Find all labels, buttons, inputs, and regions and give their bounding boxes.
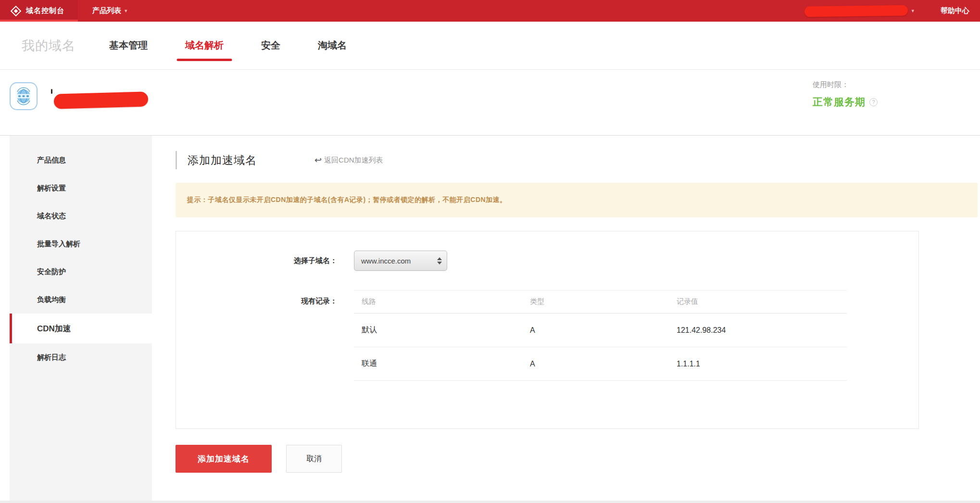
col-header-line: 线路 [354, 297, 522, 306]
sidebar-item-batch-import[interactable]: 批量导入解析 [10, 230, 152, 258]
cancel-button[interactable]: 取消 [286, 445, 342, 473]
question-circle-icon[interactable]: ? [869, 98, 878, 106]
product-list-label: 产品列表 [92, 6, 121, 15]
sidebar-item-security-protection[interactable]: 安全防护 [10, 258, 152, 286]
table-row: 默认 A 121.42.98.234 [354, 314, 847, 347]
content-title: 添加加速域名 [188, 153, 257, 168]
usage-label: 使用时限： [813, 80, 878, 89]
page: 域名控制台 产品列表 ▾ ▾ 帮助中心 我的域名 基本管理 域名解析 安全 淘域… [0, 0, 980, 503]
cell-type: A [522, 360, 669, 368]
tab-basic-management[interactable]: 基本管理 [109, 22, 148, 69]
select-arrows-icon [437, 257, 442, 264]
usage-block: 使用时限： 正常服务期 ? [813, 80, 878, 109]
topbar: 域名控制台 产品列表 ▾ ▾ 帮助中心 [0, 0, 980, 22]
cell-line: 默认 [354, 325, 522, 335]
body: 产品信息 解析设置 域名状态 批量导入解析 安全防护 负载均衡 CDN加速 解析… [0, 136, 980, 503]
topbar-brand[interactable]: 域名控制台 [0, 0, 78, 22]
main-content: 添加加速域名 ↩ 返回CDN加速列表 提示：子域名仅显示未开启CDN加速的子域名… [176, 136, 980, 473]
content-header: 添加加速域名 ↩ 返回CDN加速列表 [176, 150, 980, 170]
page-title: 我的域名 [22, 37, 75, 54]
sidebar-item-load-balancing[interactable]: 负载均衡 [10, 286, 152, 314]
sidebar-item-product-info[interactable]: 产品信息 [10, 146, 152, 174]
sidebar: 产品信息 解析设置 域名状态 批量导入解析 安全防护 负载均衡 CDN加速 解析… [10, 136, 152, 503]
col-header-type: 类型 [522, 297, 669, 306]
subdomain-row: 选择子域名： www.incce.com [176, 251, 918, 271]
account-menu[interactable]: ▾ [804, 6, 914, 16]
cell-line: 联通 [354, 359, 522, 369]
title-accent-bar [176, 151, 177, 169]
table-row: 联通 A 1.1.1.1 [354, 347, 847, 381]
form-card: 选择子域名： www.incce.com 现有记录： 线路 类型 记录值 [176, 231, 919, 429]
help-center-link[interactable]: 帮助中心 [941, 6, 969, 15]
back-arrow-icon: ↩ [314, 155, 322, 165]
redacted-domain-name [54, 91, 149, 109]
records-label: 现有记录： [176, 290, 337, 306]
service-status-value: 正常服务期 [813, 95, 866, 109]
domain-header: 使用时限： 正常服务期 ? [0, 70, 980, 136]
brand-label: 域名控制台 [26, 6, 64, 15]
notice-banner: 提示：子域名仅显示未开启CDN加速的子域名(含有A记录)；暂停或者锁定的解析，不… [176, 183, 978, 217]
col-header-value: 记录值 [669, 297, 847, 306]
redacted-account-name [804, 5, 908, 17]
sidebar-item-domain-status[interactable]: 域名状态 [10, 202, 152, 230]
topbar-right: ▾ 帮助中心 [804, 0, 969, 22]
product-list-menu[interactable]: 产品列表 ▾ [78, 0, 142, 22]
tab-security[interactable]: 安全 [261, 22, 280, 69]
add-accelerated-domain-button[interactable]: 添加加速域名 [176, 445, 272, 473]
tab-tao-domain[interactable]: 淘域名 [318, 22, 347, 69]
notice-text: 提示：子域名仅显示未开启CDN加速的子域名(含有A记录)；暂停或者锁定的解析，不… [187, 196, 507, 204]
tab-row: 我的域名 基本管理 域名解析 安全 淘域名 [0, 22, 980, 70]
tab-domain-resolution[interactable]: 域名解析 [185, 22, 224, 69]
caret-down-icon: ▾ [125, 8, 127, 14]
sidebar-item-cdn-acceleration[interactable]: CDN加速 [10, 314, 152, 343]
subdomain-label: 选择子域名： [176, 256, 337, 265]
sidebar-item-resolution-logs[interactable]: 解析日志 [10, 343, 152, 371]
records-row: 现有记录： 线路 类型 记录值 默认 A 121.42.98.234 [176, 290, 918, 381]
globe-icon [10, 82, 38, 110]
domain-name-fragment [51, 89, 52, 94]
cell-value: 1.1.1.1 [669, 360, 847, 368]
records-table-header: 线路 类型 记录值 [354, 290, 847, 314]
subdomain-select[interactable]: www.incce.com [354, 251, 447, 271]
caret-down-icon: ▾ [911, 8, 914, 14]
cell-type: A [522, 326, 669, 335]
page-bottom-edge [0, 501, 980, 503]
tabs: 基本管理 域名解析 安全 淘域名 [109, 22, 384, 69]
actions-row: 添加加速域名 取消 [176, 445, 980, 473]
subdomain-select-value: www.incce.com [361, 257, 437, 265]
cell-value: 121.42.98.234 [669, 326, 847, 335]
back-to-cdn-list-link[interactable]: ↩ 返回CDN加速列表 [314, 155, 383, 165]
records-table: 线路 类型 记录值 默认 A 121.42.98.234 联通 A 1. [354, 290, 847, 381]
brand-diamond-logo-icon [11, 6, 21, 16]
sidebar-item-resolution-settings[interactable]: 解析设置 [10, 174, 152, 202]
